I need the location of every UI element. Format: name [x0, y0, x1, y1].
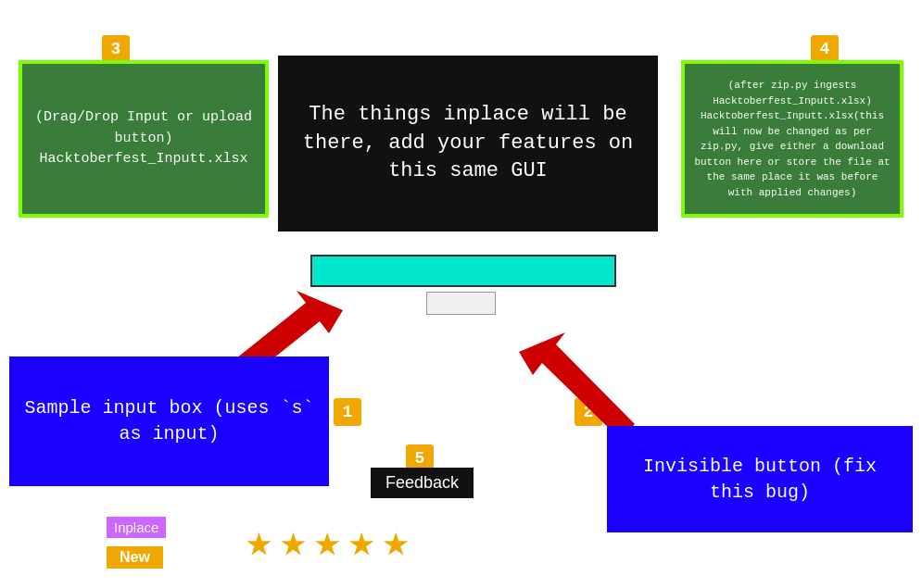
right-green-box: (after zip.py ingests Hacktoberfest_Inpu… — [681, 60, 903, 218]
badge-1: 1 — [334, 398, 361, 426]
svg-marker-1 — [519, 332, 635, 440]
center-black-box: The things inplace will be there, add yo… — [278, 56, 658, 231]
center-box-text: The things inplace will be there, add yo… — [292, 101, 644, 186]
feedback-box: Feedback — [371, 468, 474, 498]
stars-container: ★ ★ ★ ★ ★ — [246, 514, 410, 569]
left-green-box: (Drag/Drop Input or upload button) Hackt… — [19, 60, 269, 218]
feedback-label: Feedback — [385, 473, 459, 492]
right-green-box-text: (after zip.py ingests Hacktoberfest_Inpu… — [694, 78, 890, 200]
blue-annotation-right-text: Invisible button (fix this bug) — [616, 454, 903, 506]
small-button[interactable] — [426, 292, 496, 315]
new-badge: New — [107, 546, 163, 569]
star-5: ★ — [383, 514, 410, 569]
left-green-box-text: (Drag/Drop Input or upload button) Hackt… — [32, 107, 256, 170]
blue-annotation-right: Invisible button (fix this bug) — [607, 426, 913, 532]
badge-4: 4 — [811, 35, 839, 63]
star-3: ★ — [314, 514, 341, 569]
badge-3: 3 — [102, 35, 130, 63]
blue-annotation-left: Sample input box (uses `s` as input) — [9, 357, 329, 486]
inplace-badge: Inplace — [107, 517, 166, 538]
star-1: ★ — [246, 514, 272, 569]
star-2: ★ — [280, 514, 307, 569]
blue-annotation-left-text: Sample input box (uses `s` as input) — [19, 395, 320, 447]
star-4: ★ — [348, 514, 375, 569]
